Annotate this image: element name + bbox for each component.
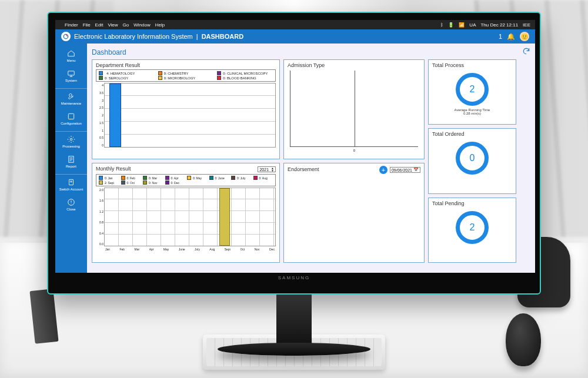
leg-microbiology: 0: MICROBIOLOGY — [164, 76, 196, 80]
pending-value: 2 — [456, 211, 489, 244]
refresh-button[interactable] — [522, 47, 530, 57]
avatar[interactable]: 🙂 — [520, 32, 529, 41]
notif-icon[interactable]: 🔔 — [507, 33, 515, 41]
panel-monthly-result: Monthly Result 2021 ▲▼ 0: Jan 0: Feb 0: … — [92, 163, 280, 263]
sidebar: Menu System Maintenance Configuration — [55, 44, 87, 273]
sidebar-item-menu[interactable]: Menu — [55, 47, 87, 65]
calendar-icon: 📅 — [413, 168, 419, 172]
sidebar-label-maintenance: Maintenance — [61, 102, 81, 105]
add-endorsement-button[interactable]: + — [379, 166, 387, 174]
menubar-finder[interactable]: Finder — [65, 22, 78, 28]
menubar-window[interactable]: Window — [133, 22, 150, 28]
monitor-base — [218, 343, 370, 356]
panel-total-ordered: Total Ordered 0 — [428, 128, 516, 193]
leg-chemistry: 0: CHEMISTRY — [164, 72, 189, 75]
battery-icon[interactable]: 🔋 — [448, 22, 454, 28]
panel-endorsement: Endorsement + 09/06/2021 📅 — [283, 163, 425, 263]
sidebar-item-maintenance[interactable]: Maintenance — [55, 88, 87, 108]
ordered-value: 0 — [456, 142, 489, 175]
app-name: Electronic Laboratory Information System — [74, 33, 193, 40]
menubar-help[interactable]: Help — [155, 22, 165, 28]
monthly-title: Monthly Result — [96, 166, 131, 172]
svg-rect-2 — [68, 113, 74, 119]
menubar-go[interactable]: Go — [123, 22, 129, 28]
svg-point-6 — [71, 181, 72, 182]
sidebar-label-system: System — [65, 79, 77, 82]
sidebar-item-report[interactable]: Report — [55, 153, 87, 170]
app-titlebar: Electronic Laboratory Information System… — [55, 29, 535, 44]
bar-hematology — [109, 83, 121, 147]
title-sep: | — [196, 33, 198, 40]
endorsement-date-input[interactable]: 09/06/2021 📅 — [390, 167, 420, 173]
sidebar-item-close[interactable]: Close — [55, 196, 87, 213]
panel-total-process: Total Process 2 Average Running Time0.28… — [428, 59, 516, 125]
dept-title: Department Result — [96, 62, 276, 68]
sidebar-label-close: Close — [66, 208, 75, 211]
monthly-yaxis: 2.01.61.20.80.40.0 — [96, 188, 103, 246]
panel-total-pending: Total Pending 2 — [428, 198, 516, 263]
ordered-title: Total Ordered — [432, 131, 465, 137]
right-column: Total Process 2 Average Running Time0.28… — [428, 59, 516, 263]
dept-yaxis: 43.532.521.510.50 — [96, 83, 103, 147]
leg-hematology: 4: HEMATOLOGY — [106, 72, 135, 75]
main-content: Dashboard Department Result 4: HEMATOLOG… — [87, 44, 535, 273]
status-suffix: IEE — [523, 22, 530, 28]
process-sub-value: 0.28 min(s) — [463, 112, 481, 115]
leg-clinical: 0: CLINICAL MICROSCOPY — [223, 72, 268, 75]
admission-chart: 0 — [290, 71, 418, 147]
page-name: DASHBOARD — [202, 33, 244, 40]
monthly-legend: 0: Jan 0: Feb 0: Mar 0: Apr 0: May 0: Ju… — [96, 174, 276, 186]
year-selector[interactable]: 2021 ▲▼ — [258, 166, 276, 172]
clock: Thu Dec 22 12:11 — [480, 22, 518, 28]
mac-menubar: Finder File Edit View Go Window Help ᛒ 🔋… — [55, 20, 535, 29]
locale-indicator[interactable]: UA — [469, 22, 476, 28]
monitor: Finder File Edit View Go Window Help ᛒ 🔋… — [47, 12, 541, 356]
svg-point-3 — [70, 138, 72, 141]
panel-department-result: Department Result 4: HEMATOLOGY 0: CHEMI… — [92, 59, 280, 159]
sidebar-item-switch[interactable]: Switch Account — [55, 174, 87, 193]
process-title: Total Process — [432, 62, 464, 68]
sidebar-label-menu: Menu — [66, 59, 75, 62]
monthly-xaxis: JanFebMarAprMayJuneJulyAugSeptOctNovDec — [104, 246, 276, 251]
screen: Finder File Edit View Go Window Help ᛒ 🔋… — [55, 20, 535, 273]
monitor-neck — [276, 295, 312, 347]
menubar-view[interactable]: View — [108, 22, 118, 28]
dept-legend: 4: HEMATOLOGY 0: CHEMISTRY 0: CLINICAL M… — [96, 69, 276, 82]
bluetooth-icon[interactable]: ᛒ — [440, 22, 443, 28]
menubar-edit[interactable]: Edit — [95, 22, 103, 28]
endorse-title: Endorsement — [288, 166, 319, 172]
monthly-chart: 2.01.61.20.80.40.0 — [104, 188, 276, 246]
menubar-file[interactable]: File — [83, 22, 91, 28]
sidebar-item-system[interactable]: System — [55, 67, 87, 85]
dept-chart: 43.532.521.510.50 — [104, 83, 276, 148]
pending-title: Total Pending — [432, 200, 465, 206]
admission-title: Admission Type — [288, 62, 420, 68]
app-logo — [61, 32, 71, 41]
svg-rect-1 — [68, 71, 75, 75]
page-title: Dashboard — [92, 48, 126, 56]
admission-zero: 0 — [353, 149, 355, 152]
spinner-icon[interactable]: ▲▼ — [271, 167, 274, 172]
sidebar-label-switch: Switch Account — [59, 188, 83, 191]
monitor-brand: SAMSUNG — [55, 275, 533, 280]
leg-blood: 0: BLOOD BANKING — [223, 76, 256, 80]
process-value: 2 — [456, 73, 489, 106]
sidebar-label-report: Report — [66, 165, 76, 168]
sidebar-item-configuration[interactable]: Configuration — [55, 110, 87, 128]
notif-count[interactable]: 1 — [499, 33, 502, 40]
bar-sept — [219, 188, 230, 246]
panel-admission-type: Admission Type 0 — [283, 59, 425, 159]
sidebar-label-configuration: Configuration — [61, 122, 82, 125]
sidebar-label-processing: Processing — [62, 145, 80, 148]
endorsement-body — [288, 176, 420, 253]
sidebar-item-processing[interactable]: Processing — [55, 131, 87, 150]
leg-serology: 0: SEROLOGY — [105, 76, 128, 80]
wifi-icon[interactable]: 📶 — [459, 22, 465, 28]
